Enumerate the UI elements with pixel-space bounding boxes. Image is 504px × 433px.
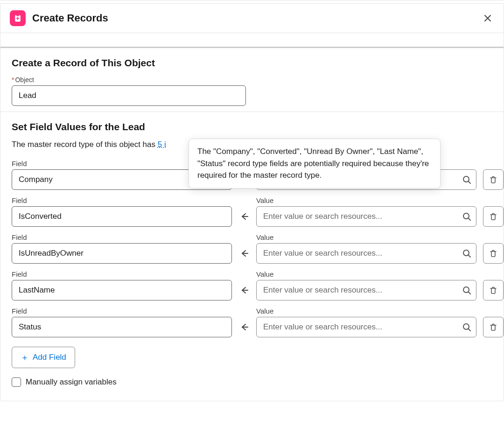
svg-point-4	[463, 250, 469, 256]
value-label: Value	[256, 196, 476, 204]
field-column: Field IsUnreadByOwner	[12, 233, 232, 264]
object-input-value: Lead	[19, 91, 36, 100]
trash-icon	[489, 212, 497, 221]
close-button[interactable]	[481, 12, 494, 25]
field-input-value: IsUnreadByOwner	[19, 249, 84, 258]
value-placeholder: Enter value or search resources...	[263, 286, 382, 295]
search-icon	[462, 212, 471, 221]
field-column: Field LastName	[12, 270, 232, 300]
field-input-value: LastName	[19, 286, 55, 295]
panel-title: Create Records	[32, 12, 108, 24]
field-input[interactable]: LastName	[12, 280, 232, 300]
delete-row-button[interactable]	[483, 280, 504, 300]
value-input[interactable]: Enter value or search resources...	[256, 206, 476, 227]
trash-icon	[489, 249, 497, 258]
object-label: *Object	[12, 76, 492, 84]
plus-icon: ＋	[21, 352, 29, 363]
svg-point-2	[463, 176, 469, 182]
arrow-left-icon	[239, 322, 249, 332]
value-label: Value	[256, 270, 476, 278]
value-label: Value	[256, 233, 476, 241]
required-marker: *	[12, 76, 14, 84]
object-section: Create a Record of This Object *Object L…	[0, 48, 504, 112]
panel-header: Create Records	[0, 4, 504, 33]
value-placeholder: Enter value or search resources...	[263, 322, 382, 332]
field-input-value: Company	[19, 175, 53, 184]
delete-row-button[interactable]	[483, 169, 504, 190]
assignment-arrow	[238, 317, 250, 337]
delete-column	[483, 317, 504, 337]
field-label: Field	[12, 307, 232, 315]
svg-point-3	[463, 213, 469, 219]
field-row: Field IsConverted Value Enter value or s…	[12, 196, 492, 227]
required-fields-tooltip: The "Company", "Converted", "Unread By O…	[189, 139, 441, 189]
assignment-arrow	[238, 280, 250, 300]
delete-column	[483, 206, 504, 227]
svg-point-5	[463, 287, 469, 293]
manual-assign-label: Manually assign variables	[26, 377, 117, 387]
delete-row-button[interactable]	[483, 317, 504, 337]
field-row: Field IsUnreadByOwner Value Enter value …	[12, 233, 492, 264]
field-column: Field Status	[12, 307, 232, 337]
delete-column	[483, 169, 504, 190]
search-icon	[462, 249, 471, 258]
object-section-heading: Create a Record of This Object	[12, 57, 492, 69]
search-icon	[462, 175, 471, 184]
field-input-value: IsConverted	[19, 212, 62, 221]
field-values-heading: Set Field Values for the Lead	[12, 121, 492, 133]
header-divider	[0, 33, 504, 48]
manual-assign-row: Manually assign variables	[12, 377, 492, 387]
value-input[interactable]: Enter value or search resources...	[256, 243, 476, 264]
arrow-left-icon	[239, 285, 249, 295]
assignment-arrow	[238, 243, 250, 264]
trash-icon	[489, 175, 497, 184]
field-row: Field LastName Value Enter value or sear…	[12, 270, 492, 300]
create-records-panel: Create Records Create a Record of This O…	[0, 0, 504, 433]
panel-container: Create Records Create a Record of This O…	[0, 3, 504, 401]
trash-icon	[489, 323, 497, 331]
value-input[interactable]: Enter value or search resources...	[256, 280, 476, 300]
field-input[interactable]: IsUnreadByOwner	[12, 243, 232, 264]
assignment-arrow	[238, 206, 250, 227]
add-field-label: Add Field	[33, 353, 66, 362]
delete-row-button[interactable]	[483, 243, 504, 264]
svg-point-6	[463, 324, 469, 329]
search-icon	[462, 322, 471, 332]
value-label: Value	[256, 307, 476, 315]
delete-row-button[interactable]	[483, 206, 504, 227]
field-label: Field	[12, 233, 232, 241]
value-input[interactable]: Enter value or search resources...	[256, 317, 476, 337]
trash-icon	[489, 286, 497, 294]
svg-rect-1	[16, 14, 19, 16]
field-row: Field Status Value Enter value or search…	[12, 307, 492, 337]
add-field-button[interactable]: ＋ Add Field	[12, 347, 75, 368]
required-fields-info-link[interactable]: 5 i	[158, 140, 166, 149]
field-column: Field IsConverted	[12, 196, 232, 227]
delete-column	[483, 280, 504, 300]
value-column: Value Enter value or search resources...	[256, 196, 476, 227]
value-placeholder: Enter value or search resources...	[263, 212, 382, 221]
field-input[interactable]: Status	[12, 317, 232, 337]
manual-assign-checkbox[interactable]	[12, 377, 21, 387]
value-placeholder: Enter value or search resources...	[263, 249, 382, 258]
arrow-left-icon	[239, 211, 249, 222]
value-column: Value Enter value or search resources...	[256, 270, 476, 300]
create-records-icon	[10, 10, 26, 26]
object-input[interactable]: Lead	[12, 85, 246, 106]
value-column: Value Enter value or search resources...	[256, 307, 476, 337]
value-column: Value Enter value or search resources...	[256, 233, 476, 264]
field-label: Field	[12, 270, 232, 278]
tooltip-text: The "Company", "Converted", "Unread By O…	[197, 147, 429, 180]
field-label: Field	[12, 196, 232, 204]
field-input[interactable]: IsConverted	[12, 206, 232, 227]
search-icon	[462, 286, 471, 295]
delete-column	[483, 243, 504, 264]
arrow-left-icon	[239, 248, 249, 258]
field-input-value: Status	[19, 322, 41, 332]
